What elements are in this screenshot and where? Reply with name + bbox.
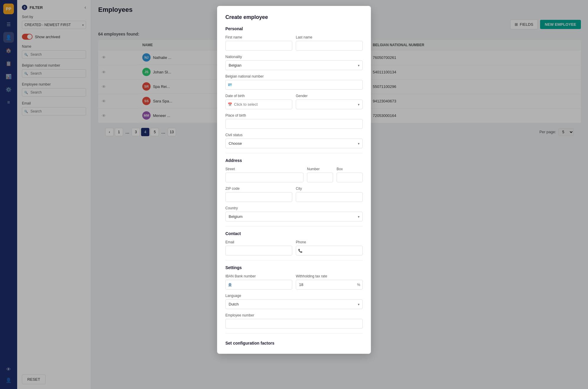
set-config-title: Set configuration factors <box>225 338 363 345</box>
iban-input[interactable] <box>225 280 292 290</box>
email-phone-row: Email Phone 📞 <box>225 240 363 255</box>
settings-section-title: Settings <box>225 265 363 270</box>
gender-select[interactable]: MaleFemaleOther <box>296 99 363 109</box>
contact-section-title: Contact <box>225 231 363 236</box>
number-label: Number <box>307 167 333 171</box>
personal-section-title: Personal <box>225 26 363 31</box>
phone-group: Phone 📞 <box>296 240 363 255</box>
nationality-select[interactable]: BelgianDutchFrenchGermanOther <box>225 60 363 70</box>
iban-group: IBAN Bank number 🏦 <box>225 274 292 290</box>
place-of-birth-label: Place of birth <box>225 113 363 118</box>
street-input[interactable] <box>225 173 303 182</box>
iban-wrapper: 🏦 <box>225 280 292 290</box>
dob-wrapper: 📅 <box>225 99 292 109</box>
national-number-group: Belgian national number 🪪 <box>225 74 363 90</box>
email-input[interactable] <box>225 246 292 255</box>
phone-label: Phone <box>296 240 363 244</box>
civil-status-group: Civil status ChooseSingleMarriedDivorced… <box>225 133 363 148</box>
withholding-group: Withholding tax rate 18 % <box>296 274 363 290</box>
country-select-wrapper: BelgiumNetherlandsFranceGermanyLuxembour… <box>225 212 363 221</box>
gender-group: Gender MaleFemaleOther <box>296 94 363 109</box>
number-input[interactable] <box>307 173 333 182</box>
national-number-label: Belgian national number <box>225 74 363 78</box>
employee-number-group: Employee number <box>225 313 363 329</box>
city-group: City <box>296 187 363 202</box>
box-input[interactable] <box>337 173 363 182</box>
country-label: Country <box>225 206 363 210</box>
iban-label: IBAN Bank number <box>225 274 292 278</box>
last-name-group: Last name <box>296 35 363 51</box>
country-select[interactable]: BelgiumNetherlandsFranceGermanyLuxembour… <box>225 212 363 221</box>
address-section-title: Address <box>225 158 363 163</box>
place-of-birth-group: Place of birth <box>225 113 363 129</box>
national-number-input[interactable] <box>225 80 363 90</box>
gender-label: Gender <box>296 94 363 98</box>
email-label: Email <box>225 240 292 244</box>
zip-label: ZIP code <box>225 187 292 191</box>
iban-tax-row: IBAN Bank number 🏦 Withholding tax rate … <box>225 274 363 290</box>
civil-status-select-wrapper: ChooseSingleMarriedDivorcedWidowedCohabi… <box>225 139 363 148</box>
nationality-label: Nationality <box>225 55 363 59</box>
city-label: City <box>296 187 363 191</box>
gender-select-wrapper: MaleFemaleOther <box>296 99 363 109</box>
dob-gender-row: Date of birth 📅 Gender MaleFemaleOther <box>225 94 363 109</box>
nationality-select-wrapper: BelgianDutchFrenchGermanOther <box>225 60 363 70</box>
language-select-wrapper: DutchFrenchEnglishGerman <box>225 299 363 309</box>
street-row: Street Number Box <box>225 167 363 182</box>
country-group: Country BelgiumNetherlandsFranceGermanyL… <box>225 206 363 221</box>
box-group: Box <box>337 167 363 182</box>
number-group: Number <box>307 167 333 182</box>
phone-icon: 📞 <box>298 249 303 253</box>
calendar-icon: 📅 <box>228 102 232 107</box>
national-number-wrapper: 🪪 <box>225 80 363 90</box>
zip-city-row: ZIP code City <box>225 187 363 202</box>
first-name-input[interactable] <box>225 41 292 51</box>
box-label: Box <box>337 167 363 171</box>
language-group: Language DutchFrenchEnglishGerman <box>225 294 363 309</box>
dob-input[interactable] <box>225 99 292 109</box>
phone-wrapper: 📞 <box>296 246 363 255</box>
modal-overlay[interactable]: Create employee Personal First name Last… <box>0 0 588 389</box>
dob-group: Date of birth 📅 <box>225 94 292 109</box>
withholding-label: Withholding tax rate <box>296 274 363 278</box>
national-number-icon: 🪪 <box>228 83 232 87</box>
withholding-input[interactable]: 18 <box>296 280 363 290</box>
last-name-label: Last name <box>296 35 363 39</box>
language-label: Language <box>225 294 363 298</box>
modal-title: Create employee <box>225 14 363 20</box>
phone-input[interactable] <box>296 246 363 255</box>
street-label: Street <box>225 167 303 171</box>
bank-icon: 🏦 <box>228 283 232 287</box>
civil-status-label: Civil status <box>225 133 363 137</box>
email-group: Email <box>225 240 292 255</box>
name-row: First name Last name <box>225 35 363 51</box>
first-name-group: First name <box>225 35 292 51</box>
language-select[interactable]: DutchFrenchEnglishGerman <box>225 299 363 309</box>
employee-number-input[interactable] <box>225 319 363 329</box>
employee-number-label: Employee number <box>225 313 363 317</box>
zip-input[interactable] <box>225 192 292 202</box>
zip-group: ZIP code <box>225 187 292 202</box>
create-employee-modal: Create employee Personal First name Last… <box>217 6 371 354</box>
last-name-input[interactable] <box>296 41 363 51</box>
civil-status-select[interactable]: ChooseSingleMarriedDivorcedWidowedCohabi… <box>225 139 363 148</box>
percent-symbol: % <box>357 283 360 287</box>
nationality-group: Nationality BelgianDutchFrenchGermanOthe… <box>225 55 363 70</box>
dob-label: Date of birth <box>225 94 292 98</box>
place-of-birth-input[interactable] <box>225 119 363 129</box>
city-input[interactable] <box>296 192 363 202</box>
percent-wrapper: 18 % <box>296 280 363 290</box>
street-group: Street <box>225 167 303 182</box>
first-name-label: First name <box>225 35 292 39</box>
